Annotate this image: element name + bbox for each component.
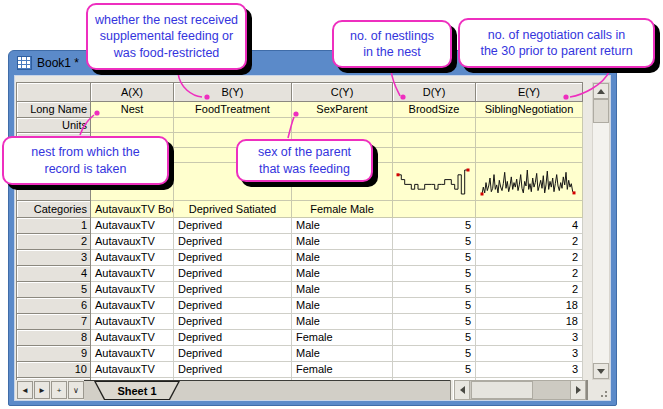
- data-cell[interactable]: 3: [476, 346, 583, 362]
- column-header-A(X)[interactable]: A(X): [91, 83, 174, 102]
- row-number[interactable]: 6: [17, 298, 91, 314]
- sparkline-cell[interactable]: [476, 163, 583, 201]
- row-label-categories[interactable]: Categories: [17, 201, 91, 218]
- data-cell[interactable]: 5: [393, 282, 476, 298]
- column-header-B(Y)[interactable]: B(Y): [174, 83, 292, 102]
- data-cell[interactable]: Deprived: [174, 362, 292, 378]
- data-cell[interactable]: 2: [476, 250, 583, 266]
- categories-cell[interactable]: Deprived Satiated: [174, 201, 292, 218]
- categories-cell[interactable]: [476, 201, 583, 218]
- vertical-scrollbar[interactable]: [592, 82, 610, 380]
- header-cell[interactable]: [476, 133, 583, 148]
- data-cell[interactable]: AutavauxTV: [91, 314, 174, 330]
- data-cell[interactable]: 5: [393, 234, 476, 250]
- data-cell[interactable]: 5: [393, 346, 476, 362]
- header-cell[interactable]: FoodTreatment: [174, 102, 292, 118]
- categories-cell[interactable]: AutavauxTV Boc: [91, 201, 174, 218]
- scroll-down-button[interactable]: [593, 363, 609, 379]
- categories-cell[interactable]: [393, 201, 476, 218]
- corner-cell[interactable]: [17, 83, 91, 102]
- data-cell[interactable]: 2: [476, 266, 583, 282]
- horizontal-scrollbar[interactable]: [454, 380, 586, 400]
- horizontal-scrollbar-thumb[interactable]: [471, 381, 533, 399]
- data-cell[interactable]: 5: [393, 298, 476, 314]
- data-cell[interactable]: Male: [292, 218, 393, 234]
- data-cell[interactable]: AutavauxTV: [91, 250, 174, 266]
- data-cell[interactable]: Male: [292, 346, 393, 362]
- header-cell[interactable]: BroodSize: [393, 102, 476, 118]
- vertical-scrollbar-track[interactable]: [593, 123, 609, 363]
- data-cell[interactable]: AutavauxTV: [91, 266, 174, 282]
- sheet-list-button[interactable]: ∨: [68, 381, 84, 399]
- row-number[interactable]: 7: [17, 314, 91, 330]
- data-cell[interactable]: Male: [292, 298, 393, 314]
- data-cell[interactable]: Male: [292, 234, 393, 250]
- data-cell[interactable]: 2: [476, 282, 583, 298]
- data-cell[interactable]: Male: [292, 282, 393, 298]
- header-cell[interactable]: SexParent: [292, 102, 393, 118]
- row-number[interactable]: 5: [17, 282, 91, 298]
- data-cell[interactable]: Deprived: [174, 266, 292, 282]
- data-cell[interactable]: Deprived: [174, 314, 292, 330]
- data-cell[interactable]: 4: [476, 218, 583, 234]
- row-number[interactable]: 3: [17, 250, 91, 266]
- data-cell[interactable]: 5: [393, 250, 476, 266]
- horizontal-scrollbar-track[interactable]: [470, 381, 570, 399]
- data-cell[interactable]: Deprived: [174, 330, 292, 346]
- scroll-up-button[interactable]: [593, 83, 609, 99]
- tab-sheet1[interactable]: Sheet 1: [94, 381, 180, 400]
- column-header-E(Y)[interactable]: E(Y): [476, 83, 583, 102]
- data-cell[interactable]: AutavauxTV: [91, 346, 174, 362]
- data-cell[interactable]: 18: [476, 314, 583, 330]
- data-cell[interactable]: Deprived: [174, 298, 292, 314]
- data-cell[interactable]: 5: [393, 330, 476, 346]
- data-cell[interactable]: AutavauxTV: [91, 282, 174, 298]
- data-cell[interactable]: Male: [292, 266, 393, 282]
- sparkline-cell[interactable]: [393, 163, 476, 201]
- header-cell[interactable]: [292, 118, 393, 133]
- data-cell[interactable]: 5: [393, 218, 476, 234]
- data-cell[interactable]: 2: [476, 234, 583, 250]
- row-number[interactable]: 10: [17, 362, 91, 378]
- row-number[interactable]: 4: [17, 266, 91, 282]
- data-cell[interactable]: 5: [393, 266, 476, 282]
- data-cell[interactable]: AutavauxTV: [91, 362, 174, 378]
- data-cell[interactable]: Deprived: [174, 218, 292, 234]
- row-label[interactable]: Units: [17, 118, 91, 133]
- row-number[interactable]: 9: [17, 346, 91, 362]
- data-cell[interactable]: Deprived: [174, 250, 292, 266]
- data-cell[interactable]: Deprived: [174, 234, 292, 250]
- data-cell[interactable]: AutavauxTV: [91, 298, 174, 314]
- scroll-right-button[interactable]: [570, 381, 585, 399]
- data-cell[interactable]: Deprived: [174, 282, 292, 298]
- data-cell[interactable]: AutavauxTV: [91, 234, 174, 250]
- header-cell[interactable]: [174, 118, 292, 133]
- categories-cell[interactable]: Female Male: [292, 201, 393, 218]
- resize-grip[interactable]: [586, 380, 610, 400]
- data-cell[interactable]: Deprived: [174, 346, 292, 362]
- row-label[interactable]: Long Name: [17, 102, 91, 118]
- header-cell[interactable]: [393, 148, 476, 163]
- add-sheet-button[interactable]: +: [51, 381, 67, 399]
- next-sheet-button[interactable]: ►: [34, 381, 50, 399]
- row-number[interactable]: 8: [17, 330, 91, 346]
- first-sheet-button[interactable]: ◄: [17, 381, 33, 399]
- row-number[interactable]: 2: [17, 234, 91, 250]
- data-cell[interactable]: 5: [393, 362, 476, 378]
- data-cell[interactable]: Female: [292, 362, 393, 378]
- data-cell[interactable]: 3: [476, 330, 583, 346]
- data-cell[interactable]: 5: [393, 314, 476, 330]
- data-cell[interactable]: AutavauxTV: [91, 330, 174, 346]
- column-header-C(Y)[interactable]: C(Y): [292, 83, 393, 102]
- column-header-D(Y)[interactable]: D(Y): [393, 83, 476, 102]
- data-cell[interactable]: 18: [476, 298, 583, 314]
- data-cell[interactable]: Male: [292, 250, 393, 266]
- header-cell[interactable]: [393, 118, 476, 133]
- data-cell[interactable]: Female: [292, 330, 393, 346]
- header-cell[interactable]: [476, 118, 583, 133]
- header-cell[interactable]: SiblingNegotiation: [476, 102, 583, 118]
- header-cell[interactable]: [476, 148, 583, 163]
- data-cell[interactable]: AutavauxTV: [91, 218, 174, 234]
- row-number[interactable]: 1: [17, 218, 91, 234]
- header-cell[interactable]: [91, 118, 174, 133]
